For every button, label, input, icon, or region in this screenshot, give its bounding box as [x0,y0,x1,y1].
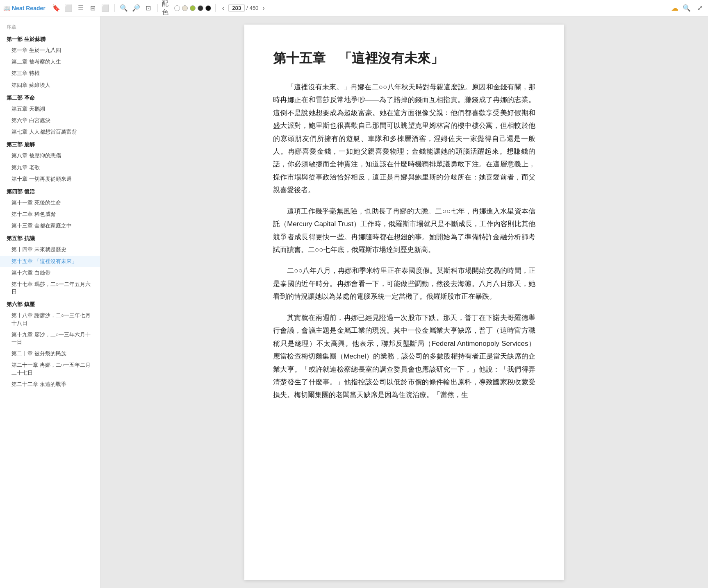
app-brand: 📖 Neat Reader [3,5,49,11]
toc-chapter-4-1[interactable]: 第十一章 死後的生命 [0,197,100,209]
toc-chapter-4-2[interactable]: 第十二章 稀色威脅 [0,209,100,220]
underlined-text: 乎毫無風險 [322,207,357,215]
search-icon[interactable]: 🔍 [119,3,129,13]
toc-chapter-1-4[interactable]: 第四章 蘇維埃人 [0,79,100,91]
toc-chapter-2-3[interactable]: 第七章 人人都想當百萬富翁 [0,126,100,138]
cloud-sync-icon[interactable]: ☁ [671,4,678,13]
color-options [174,5,211,11]
toolbar: 📖 Neat Reader 🔖 ⬜ ☰ ⊞ ⬜ 🔍 🔎 ⊡ 配色 ‹ 283 /… [0,0,708,16]
toc-part-3: 第三部 崩解 [0,138,100,150]
page-navigation: ‹ 283 / 450 › [220,4,267,13]
main-layout: 序章 第一部 生於蘇聯 第一章 生於一九八四 第二章 被考察的人生 第三章 特權… [0,16,708,588]
color-light[interactable] [182,5,188,11]
toc-part-6: 第六部 鎮壓 [0,297,100,310]
toc-part-1: 第一部 生於蘇聯 [0,32,100,45]
toc-chapter-3-2[interactable]: 第九章 老歌 [0,162,100,173]
toc-chapter-3-3[interactable]: 第十章 一切再度從頭來過 [0,173,100,185]
toc-chapter-2-1[interactable]: 第五章 天鵝湖 [0,103,100,115]
sep2 [157,4,158,12]
grid-icon[interactable]: ⊞ [88,3,98,13]
color-palette-icon[interactable]: 配色 [162,3,172,13]
page-container: 第十五章 「這裡沒有未來」 「這裡沒有未來。」冉娜在二○○八年秋天時對母親這麼說… [244,25,564,580]
toc-chapter-6-5[interactable]: 第二十二章 永遠的戰爭 [0,379,100,390]
toc-part-5: 第五部 抗議 [0,232,100,244]
color-green[interactable] [190,5,196,11]
page-total: 450 [250,5,259,11]
layout-icon[interactable]: ⬜ [100,3,110,13]
content-area: 第十五章 「這裡沒有未來」 「這裡沒有未來。」冉娜在二○○八年秋天時對母親這麼說… [100,16,708,588]
next-page-button[interactable]: › [260,4,267,13]
toc-section-label: 序章 [0,20,100,32]
prev-page-button[interactable]: ‹ [220,4,227,13]
toc-chapter-3-1[interactable]: 第八章 被壓抑的悲傷 [0,150,100,161]
paragraph-1: 「這裡沒有未來。」冉娜在二○○八年秋天時對母親這麼說。原因和金錢有關，那時冉娜正… [273,81,535,197]
sep3 [215,4,216,12]
toc-chapter-6-3[interactable]: 第二十章 被分裂的民族 [0,348,100,359]
toc-chapter-5-1[interactable]: 第十四章 未來就是歷史 [0,244,100,255]
toc-chapter-1-1[interactable]: 第一章 生於一九八四 [0,45,100,56]
toc-chapter-5-4[interactable]: 第十七章 瑪莎，二○一二年五月六日 [0,279,100,297]
color-dark[interactable] [198,5,203,11]
toc-chapter-1-3[interactable]: 第三章 特權 [0,68,100,79]
copy-icon[interactable]: ⬜ [64,3,73,13]
toc-chapter-6-1[interactable]: 第十八章 謝廖沙，二○一三年七月十八日 [0,310,100,329]
menu-icon[interactable]: ☰ [76,3,86,13]
toolbar-right: ☁ 🔍 ⤢ [671,3,705,13]
paragraph-4: 其實就在兩週前，冉娜已經見證過一次股市下跌。那天，普丁在下諾夫哥羅德舉行會議，會… [273,311,535,402]
brand-name: Neat Reader [12,5,46,11]
toc-part-2: 第二部 革命 [0,91,100,103]
fullscreen-icon[interactable]: ⤢ [695,3,705,13]
page-sep: / [246,5,248,11]
toc-chapter-5-2[interactable]: 第十五章 「這裡沒有未來」 [0,256,100,267]
toc-chapter-2-2[interactable]: 第六章 白宮處決 [0,115,100,126]
toc-part-4: 第四部 復活 [0,185,100,197]
page-input[interactable]: 283 [228,4,245,12]
toc-chapter-6-2[interactable]: 第十九章 廖沙，二○一三年六月十一日 [0,329,100,348]
paragraph-2: 這項工作幾乎毫無風險，也助長了冉娜的大膽。二○○七年，冉娜進入水星資本信託（Me… [273,205,535,257]
brand-icon: 📖 [3,5,10,11]
color-black[interactable] [205,5,211,11]
toolbar-search-icon[interactable]: 🔍 [682,3,692,13]
search2-icon[interactable]: 🔎 [131,3,141,13]
expand-icon[interactable]: ⊡ [143,3,153,13]
chapter-title: 第十五章 「這裡沒有未來」 [273,49,535,68]
toc-chapter-6-4[interactable]: 第二十一章 冉娜，二○一五年二月二十七日 [0,359,100,378]
toc-chapter-5-3[interactable]: 第十六章 白絲帶 [0,267,100,279]
color-white[interactable] [174,5,180,11]
paragraph-3: 二○○八年八月，冉娜和季米特里正在泰國度假。莫斯科市場開始交易的時間，正是泰國的… [273,264,535,303]
sep1 [114,4,115,12]
toc-chapter-4-3[interactable]: 第十三章 全都在家庭之中 [0,220,100,232]
toc-chapter-1-2[interactable]: 第二章 被考察的人生 [0,56,100,68]
bookmark-icon[interactable]: 🔖 [51,3,61,13]
sidebar: 序章 第一部 生於蘇聯 第一章 生於一九八四 第二章 被考察的人生 第三章 特權… [0,16,100,588]
